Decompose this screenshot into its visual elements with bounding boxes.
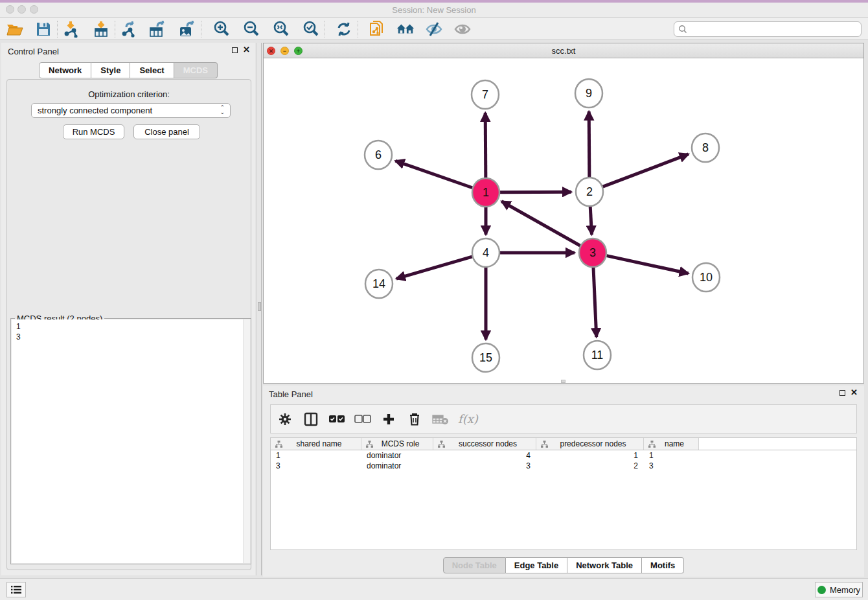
table-row[interactable]: 3dominator323: [271, 461, 856, 471]
memory-button[interactable]: Memory: [815, 582, 863, 597]
edge-2-9[interactable]: [589, 111, 589, 178]
table-cell[interactable]: 3: [271, 461, 361, 471]
tab-node-table[interactable]: Node Table: [443, 557, 506, 573]
export-table-icon[interactable]: [148, 19, 167, 39]
split-panel-icon[interactable]: [303, 411, 319, 428]
tab-motifs[interactable]: Motifs: [642, 557, 684, 573]
close-panel-icon[interactable]: ✕: [243, 47, 250, 53]
tab-network-table[interactable]: Network Table: [567, 557, 642, 573]
task-history-button[interactable]: [6, 582, 26, 597]
search-field[interactable]: [674, 21, 862, 37]
run-mcds-button[interactable]: Run MCDS: [63, 124, 124, 139]
node-15[interactable]: 15: [472, 343, 499, 372]
node-11[interactable]: 11: [584, 341, 611, 369]
mcds-result-text[interactable]: 1 3: [12, 319, 250, 563]
table-cell[interactable]: 3: [644, 461, 699, 471]
zoom-selected-icon[interactable]: [301, 19, 321, 39]
node-6[interactable]: 6: [365, 141, 392, 169]
column-header-successor-nodes[interactable]: successor nodes: [433, 438, 536, 450]
show-all-icon[interactable]: [453, 19, 472, 39]
main-titlebar: Session: New Session: [0, 0, 868, 18]
split-divider[interactable]: [257, 43, 262, 575]
search-icon: [678, 25, 687, 34]
search-input[interactable]: [687, 25, 849, 34]
node-3[interactable]: 3: [579, 238, 606, 267]
column-header-predecessor-nodes[interactable]: predecessor nodes: [536, 438, 644, 450]
zoom-out-icon[interactable]: [242, 19, 261, 39]
delete-column-icon[interactable]: [406, 411, 423, 428]
table-cell[interactable]: 4: [433, 450, 536, 461]
edge-1-2[interactable]: [500, 192, 571, 192]
zoom-fit-icon[interactable]: [271, 19, 291, 39]
column-header-MCDS-role[interactable]: MCDS role: [361, 438, 433, 450]
export-network-icon[interactable]: [119, 19, 139, 39]
node-table[interactable]: shared nameMCDS rolesuccessor nodesprede…: [270, 437, 857, 550]
tab-edge-table[interactable]: Edge Table: [506, 557, 567, 573]
table-cell[interactable]: 3: [433, 461, 536, 471]
table-row[interactable]: 1dominator411: [271, 450, 856, 461]
node-9[interactable]: 9: [575, 79, 602, 108]
clone-network-icon[interactable]: [367, 19, 387, 39]
tab-select[interactable]: Select: [130, 62, 174, 78]
select-all-icon[interactable]: [328, 411, 345, 428]
import-table-icon[interactable]: [91, 19, 111, 39]
delete-table-icon[interactable]: [432, 411, 449, 428]
tab-mcds[interactable]: MCDS: [174, 62, 218, 78]
table-cell[interactable]: 1: [271, 450, 361, 461]
first-neighbors-icon[interactable]: [396, 19, 415, 39]
column-header-shared-name[interactable]: shared name: [271, 438, 361, 450]
edge-3-10[interactable]: [606, 256, 688, 273]
column-header-name[interactable]: name: [644, 438, 699, 450]
node-10[interactable]: 10: [692, 263, 720, 292]
mcds-result-scrollbar[interactable]: [243, 319, 250, 563]
add-column-icon[interactable]: [380, 411, 397, 428]
float-panel-icon[interactable]: [232, 47, 238, 53]
open-file-icon[interactable]: [5, 19, 25, 39]
zoom-in-icon[interactable]: [212, 19, 231, 39]
save-session-icon[interactable]: [34, 19, 53, 39]
node-2[interactable]: 2: [576, 178, 603, 206]
canvas-resize-handle[interactable]: [561, 380, 565, 383]
node-8[interactable]: 8: [692, 133, 719, 162]
function-builder-icon[interactable]: f(x): [458, 411, 478, 428]
edge-4-14[interactable]: [396, 257, 472, 279]
deselect-all-icon[interactable]: [354, 411, 371, 428]
node-4[interactable]: 4: [472, 238, 499, 267]
tab-network[interactable]: Network: [39, 62, 91, 78]
node-1[interactable]: 1: [472, 178, 499, 207]
table-panel-tabs: Node TableEdge TableNetwork TableMotifs: [263, 557, 864, 573]
hide-selected-icon[interactable]: [424, 19, 444, 39]
export-image-icon[interactable]: [177, 19, 197, 39]
close-table-panel-icon[interactable]: ✕: [851, 389, 858, 396]
edge-1-6[interactable]: [395, 161, 472, 188]
node-7[interactable]: 7: [472, 80, 499, 109]
edge-2-8[interactable]: [603, 154, 689, 187]
edge-2-3[interactable]: [590, 206, 591, 235]
svg-text:14: 14: [372, 277, 385, 290]
split-divider-handle[interactable]: [258, 302, 261, 311]
network-graph[interactable]: 7968124314101511: [264, 58, 863, 383]
optimization-criterion-select[interactable]: strongly connected component ⌃⌄: [31, 103, 231, 118]
svg-text:3: 3: [589, 246, 596, 259]
table-cell[interactable]: 1: [644, 450, 699, 461]
float-table-panel-icon[interactable]: [839, 390, 845, 396]
table-cell[interactable]: dominator: [361, 461, 433, 471]
network-canvas[interactable]: 7968124314101511: [264, 58, 863, 383]
close-panel-button[interactable]: Close panel: [133, 124, 200, 139]
edge-3-11[interactable]: [593, 267, 597, 337]
table-cell[interactable]: 1: [536, 450, 644, 461]
edge-3-1[interactable]: [501, 202, 580, 246]
status-bar: Memory: [0, 578, 868, 600]
optimization-criterion-label: Optimization criterion:: [7, 89, 251, 99]
control-panel-title: Control Panel: [8, 47, 59, 56]
refresh-icon[interactable]: [334, 19, 354, 39]
gear-icon[interactable]: [277, 411, 293, 428]
network-window-titlebar: ✕ − + scc.txt: [264, 43, 863, 58]
table-cell[interactable]: dominator: [361, 450, 433, 461]
mcds-result-group: MCDS result (2 nodes) 1 3: [10, 318, 251, 564]
node-14[interactable]: 14: [365, 270, 393, 298]
table-cell[interactable]: 2: [536, 461, 644, 471]
edge-1-7[interactable]: [485, 113, 486, 178]
import-network-icon[interactable]: [62, 19, 81, 39]
tab-style[interactable]: Style: [91, 62, 130, 78]
